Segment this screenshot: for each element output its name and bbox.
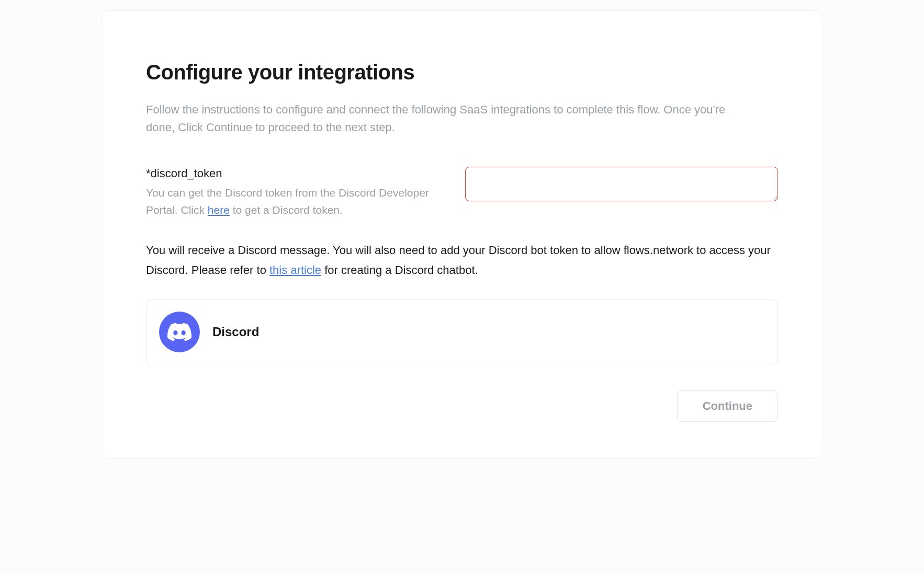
discord-logo-icon [167,320,191,344]
integration-name: Discord [212,325,259,339]
info-article-link[interactable]: this article [269,263,321,277]
token-field-help: You can get the Discord token from the D… [146,185,439,219]
continue-button[interactable]: Continue [677,391,778,422]
token-field-row: *discord_token You can get the Discord t… [146,167,778,219]
token-field-description: *discord_token You can get the Discord t… [146,167,439,219]
info-suffix: for creating a Discord chatbot. [321,263,478,277]
actions-row: Continue [146,391,778,422]
integration-card-discord[interactable]: Discord [146,300,778,364]
discord-token-input[interactable] [465,167,778,201]
token-help-suffix: to get a Discord token. [230,204,343,216]
discord-icon [159,312,200,352]
config-card: Configure your integrations Follow the i… [101,10,823,459]
page-subtitle: Follow the instructions to configure and… [146,101,737,136]
token-field-input-wrap [465,167,778,203]
token-help-link[interactable]: here [208,204,230,216]
page-title: Configure your integrations [146,61,778,84]
token-field-label: *discord_token [146,167,439,180]
info-text: You will receive a Discord message. You … [146,240,778,280]
